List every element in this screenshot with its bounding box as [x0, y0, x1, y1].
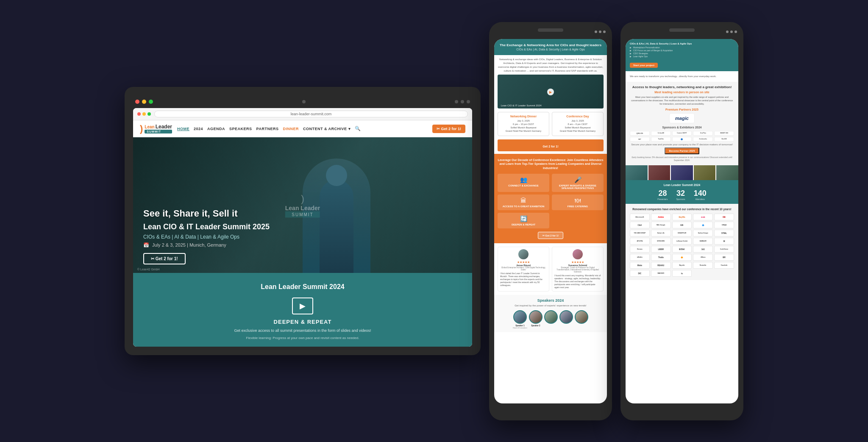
hero-tagline: See it, Share it, Sell it [143, 208, 270, 219]
dinner-detail: Grand Hotel Pier Munich Germany [501, 129, 546, 133]
sponsor-qbilon: QBILON [630, 131, 650, 136]
nav-partners[interactable]: PARTNERS [256, 127, 279, 131]
traffic-icon [461, 100, 464, 103]
phone1-scroll[interactable]: The Exchange & Networking Area for CIOs … [494, 39, 607, 403]
laptop-device: lean-leader-summit.com ) Lean Leader SUM… [125, 87, 481, 355]
speaker-body [320, 180, 353, 273]
sponsor-oneplan: OnePlan [693, 131, 713, 136]
phone-notch [538, 28, 563, 32]
hero-cta-button[interactable]: ✂ Get 2 for 1! [143, 253, 186, 264]
browser-maximize[interactable] [147, 112, 151, 116]
topbar-nav-row2: ▶ CIO Focus as part of Merger & Acquisit… [630, 49, 734, 52]
company-baywa: BayWa [672, 214, 692, 220]
phone2-browser: CIOs & EAs | AI, Data & Security | Lean … [626, 39, 738, 403]
feature-insights: 🎤 EXPERT INSIGHTS & DIVERSE SPEAKER PERS… [552, 174, 604, 192]
phone2-device: CIOs & EAs | AI, Data & Security | Lean … [620, 22, 743, 420]
access-desc: Meet your best suppliers on-site and get… [630, 95, 734, 106]
speaker-2-avatar [529, 310, 542, 324]
insights-title: EXPERT INSIGHTS & DIVERSE SPEAKER PERSPE… [554, 184, 601, 189]
phone1-header-title: The Exchange & Networking Area for CIOs … [498, 43, 603, 47]
browser-minimize[interactable] [142, 112, 146, 116]
speaker-3-avatar [544, 310, 558, 324]
connect-title: CONNECT & EXCHANGE [500, 184, 547, 187]
topbar-nav-4[interactable]: Lean Agile Ops [633, 55, 648, 58]
play-button[interactable]: ▶ [547, 89, 554, 95]
deepen-icon: ▶ [292, 297, 313, 314]
orange-section-title: Leverage Our Decade of Conference Excell… [498, 158, 604, 170]
hero-logo-bracket: ) [285, 193, 320, 205]
conference-venue: Sofitel Munich Bayerpost [555, 126, 601, 129]
sponsor-control: Control SHIFT [672, 131, 692, 136]
stat-attendees: 140 Attendees [694, 189, 707, 200]
minimize-dot [142, 100, 146, 104]
speaker-2: Speaker 2 [529, 310, 542, 329]
nav-dinner[interactable]: DINNER [283, 127, 299, 131]
nav-home[interactable]: HOME [177, 127, 189, 131]
phone2-stats-section: Lean Leader Summit 2024 28 Presenters 32… [626, 180, 738, 204]
magic-logo-text: magic [674, 116, 690, 121]
sponsor-bee360: Bee360 [714, 137, 734, 142]
company-ca: C&A [630, 222, 650, 228]
hero-subtitle: CIOs & EAs | AI & Data | Lean & Agile Op… [143, 234, 270, 240]
main-cta-button[interactable]: ✂ Get 2 for 1! [432, 125, 465, 133]
company-stihl: STIHL [714, 230, 734, 236]
nav-speakers[interactable]: SPEAKERS [229, 127, 252, 131]
phone2-scroll[interactable]: CIOs & EAs | AI, Data & Security | Lean … [626, 39, 738, 403]
sponsors-grid: QBILON CriticalM Control SHIFT OnePlan S… [630, 131, 734, 142]
browser-dots [137, 112, 151, 116]
search-icon[interactable]: 🔍 [355, 126, 361, 131]
become-partner-text: Secure your place now and promote your c… [630, 143, 734, 146]
testimonial-2-stars: ★★★★★ [554, 261, 601, 264]
companies-title: Renowned companies have enriched our con… [630, 207, 734, 211]
photo-5 [716, 165, 738, 180]
phone1-browser: The Exchange & Networking Area for CIOs … [494, 39, 607, 403]
company-schaeffler: SCHAEFFLER [672, 230, 692, 236]
speaker-1-avatar [513, 310, 527, 324]
company-1and1: 1&1 [693, 246, 713, 253]
deepen-description: Get exclusive access to all summit prese… [175, 328, 430, 333]
browser-close[interactable] [137, 112, 141, 116]
close-dot [135, 100, 139, 104]
attendees-label: Attendees [694, 198, 707, 200]
phone-wifi-icon [599, 31, 601, 33]
topbar-nav-3[interactable]: CDO Strategies [633, 52, 648, 55]
dinner-date: July 3, 2025 [501, 119, 546, 122]
orange-cta-button[interactable]: ✂ Get 2 for 1! [538, 232, 563, 239]
dinner-time: 6 pm – 10 pm CEST [501, 122, 546, 126]
conference-detail: Grand Hotel Pier Munich Germany [555, 129, 601, 133]
company-sitecore: SITECORE [651, 238, 671, 245]
speakers-row: Speaker 1 Head of Innovation Speaker 2 [498, 310, 604, 329]
nav-2024[interactable]: 2024 [194, 127, 203, 131]
company-m: M [714, 238, 734, 245]
company-eon: e·on [693, 214, 713, 220]
company-google: With Google [651, 222, 671, 228]
phone1-cta-bar[interactable]: Get 2 for 1! [498, 139, 604, 151]
networking-dinner-card: Networking Dinner July 3, 2025 6 pm – 10… [498, 112, 549, 136]
company-db: DB [714, 214, 734, 220]
start-project-button[interactable]: Start your project [630, 63, 658, 68]
camera-icon [302, 100, 306, 103]
topbar-nav-1[interactable]: Marketplace Personalization [633, 46, 660, 49]
speaker-1: Speaker 1 Head of Innovation [513, 310, 527, 329]
sponsor-freshworks: freshworks [693, 137, 713, 142]
speaker-1-role: Head of Innovation [513, 327, 527, 329]
stat-presenters: 28 Presenters [657, 189, 668, 200]
sponsor-smart360: SMART 360 [714, 131, 734, 136]
nav-agenda[interactable]: AGENDA [207, 127, 225, 131]
topbar-nav-2[interactable]: CIO Focus as part of Merger & Acquisitio… [633, 49, 673, 52]
deepen-title: DEEPEN & REPEAT [500, 223, 547, 226]
laptop-top-bar [133, 100, 472, 104]
phone1-video[interactable]: ▶ Lean CIO & IT Leader Summit 2024 [498, 75, 604, 108]
phone1-cta-label: Get 2 for 1! [543, 145, 559, 148]
photo-strip [626, 165, 738, 180]
companies-grid: Microsoft Adobe BayWa e·on DB C&A With G… [630, 214, 734, 277]
company-wacker: WACKER [651, 270, 671, 277]
topbar-arrow-icon-4: ▶ [630, 55, 632, 58]
become-partner-button[interactable]: Become Partner 2025 [665, 147, 699, 154]
url-bar[interactable]: lean-leader-summit.com [154, 111, 468, 117]
nav-content-archive[interactable]: CONTENT & ARCHIVE ▾ [303, 127, 351, 131]
sponsor-8: 🔵 [672, 137, 692, 142]
conference-time: 8 am – 6 pm CEST [555, 122, 601, 126]
hero-section: ) Lean Leader SUMMIT © Lean42 GmbH See i… [133, 137, 472, 273]
phone2-notch [669, 28, 695, 32]
